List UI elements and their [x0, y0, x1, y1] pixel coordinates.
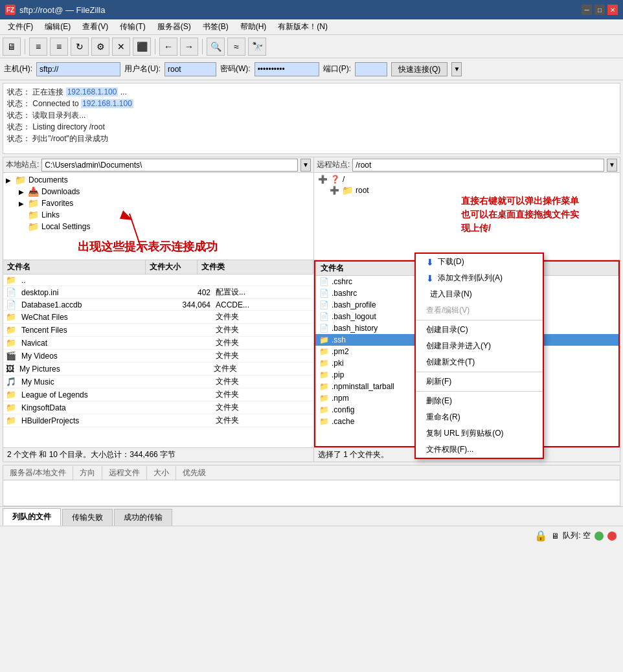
ctx-delete[interactable]: 删除(E): [416, 393, 543, 409]
ctx-mkdir-enter[interactable]: 创建目录并进入(Y): [416, 338, 543, 354]
toolbar-back[interactable]: ←: [159, 38, 177, 56]
local-file-tencent[interactable]: 📁 Tencent Files 文件夹: [3, 324, 313, 337]
status-text-4: Listing directory /root: [32, 122, 104, 131]
toolbar-disconnect[interactable]: ⬛: [133, 38, 151, 56]
status-area: 状态： 正在连接 192.168.1.100 ... 状态： Connected…: [3, 83, 620, 154]
menu-bar: 文件(F) 编辑(E) 查看(V) 传输(T) 服务器(S) 书签(B) 帮助(…: [0, 19, 623, 35]
local-file-desktopini[interactable]: 📄 desktop.ini 402 配置设...: [3, 286, 313, 299]
maximize-button[interactable]: □: [595, 5, 605, 15]
local-path-input[interactable]: [41, 159, 298, 172]
ctx-download[interactable]: ⬇ 下载(D): [416, 254, 543, 270]
local-file-wechat[interactable]: 📁 WeChat Files 文件夹: [3, 311, 313, 324]
menu-help[interactable]: 帮助(H): [235, 20, 272, 34]
ctx-add-queue[interactable]: ⬇ 添加文件到队列(A): [416, 270, 543, 286]
local-file-myvideos[interactable]: 🎬 My Videos 文件夹: [3, 350, 313, 363]
ctx-permissions[interactable]: 文件权限(F)...: [416, 442, 543, 458]
toolbar-refresh[interactable]: ↻: [71, 38, 89, 56]
user-input[interactable]: [164, 62, 216, 76]
ctx-copy-url[interactable]: 复制 URL 到剪贴板(O): [416, 425, 543, 442]
quickconnect-button[interactable]: 快速连接(Q): [391, 62, 447, 76]
status-footer: 🔒 🖥 队列: 空: [0, 526, 623, 545]
toolbar-sitemgr[interactable]: 🖥: [3, 38, 21, 56]
local-file-mymusic[interactable]: 🎵 My Music 文件夹: [3, 375, 313, 388]
local-file-kingsoft[interactable]: 📁 KingsoftData 文件夹: [3, 401, 313, 414]
tree-item-localsettings[interactable]: 📁 Local Settings: [3, 221, 313, 232]
tree-item-downloads[interactable]: ▶ 📥 Downloads: [3, 186, 313, 197]
status-text-5: 列出"/root"的目录成功: [32, 134, 108, 143]
remote-tree-panel: 远程站点: ▼ ➕ ❓ / ➕ 📁 root: [314, 157, 620, 260]
toolbar-options[interactable]: ⚙: [91, 38, 109, 56]
menu-file[interactable]: 文件(F): [3, 20, 38, 34]
local-path-dropdown[interactable]: ▼: [300, 159, 311, 172]
remote-tree-header: 远程站点: ▼: [314, 157, 620, 173]
status-line-3: 状态： 读取目录列表...: [7, 109, 616, 121]
menu-edit[interactable]: 编辑(E): [40, 20, 76, 34]
status-line-4: 状态： Listing directory /root: [7, 121, 616, 133]
remote-tree-view[interactable]: ➕ ❓ / ➕ 📁 root: [314, 173, 620, 260]
remote-tree-rootfolder[interactable]: ➕ 📁 root: [314, 185, 620, 196]
download-icon: ⬇: [426, 257, 434, 267]
transfer-header: 服务器/本地文件 方向 远程文件 大小 优先级: [3, 465, 620, 480]
host-input[interactable]: [36, 62, 120, 76]
toolbar: 🖥 ≡ ≡ ↻ ⚙ ✕ ⬛ ← → 🔍 ≈ 🔭: [0, 35, 623, 58]
port-label: 端口(P):: [323, 63, 351, 74]
ctx-refresh[interactable]: 刷新(F): [416, 374, 543, 390]
toolbar-sep-3: [202, 39, 203, 54]
ctx-sep-3: [416, 391, 543, 392]
tab-queue[interactable]: 列队的文件: [3, 508, 61, 526]
tab-success[interactable]: 成功的传输: [114, 509, 172, 526]
toolbar-compare[interactable]: ≈: [227, 38, 245, 56]
addqueue-icon: ⬇: [426, 273, 434, 284]
status-text-3: 读取目录列表...: [32, 111, 85, 120]
transfer-col-priority: 优先级: [176, 466, 212, 480]
local-tree-panel: 本地站点: ▼ ▶ 📁 Documents ▶ 📥 Downloads ▶ 📁 …: [3, 157, 314, 260]
status-line-2: 状态： Connected to 192.168.1.100: [7, 98, 616, 109]
remote-site-label: 远程站点:: [317, 159, 350, 170]
remote-tree-root[interactable]: ➕ ❓ /: [314, 174, 620, 185]
lock-icon: 🔒: [534, 530, 547, 542]
minimize-button[interactable]: ─: [582, 5, 592, 15]
close-button[interactable]: ✕: [607, 5, 618, 15]
local-file-hbuilder[interactable]: 📁 HBuilderProjects 文件夹: [3, 414, 313, 427]
pass-input[interactable]: [255, 62, 319, 76]
toolbar-forward[interactable]: →: [180, 38, 198, 56]
status-text-2: Connected to: [32, 99, 81, 108]
quickconnect-dropdown[interactable]: ▼: [451, 62, 462, 76]
ctx-rename[interactable]: 重命名(R): [416, 409, 543, 425]
tab-failed[interactable]: 传输失败: [62, 509, 113, 526]
toolbar-search[interactable]: 🔍: [207, 38, 225, 56]
menu-view[interactable]: 查看(V): [77, 20, 113, 34]
port-input[interactable]: [355, 62, 387, 76]
toolbar-remotelist[interactable]: ≡: [50, 38, 68, 56]
status-prefix-3: 状态：: [7, 111, 30, 120]
menu-newver[interactable]: 有新版本！(N): [273, 20, 333, 34]
transfer-col-size: 大小: [147, 466, 176, 480]
toolbar-sep-2: [155, 39, 155, 54]
ctx-mkdir[interactable]: 创建目录(C): [416, 322, 543, 338]
local-file-database1[interactable]: 📄 Database1.accdb 344,064 ACCDE...: [3, 299, 313, 311]
remote-path-dropdown[interactable]: ▼: [607, 159, 617, 172]
toolbar-binoculars[interactable]: 🔭: [248, 38, 266, 56]
local-file-dotdot[interactable]: 📁 ..: [3, 274, 313, 286]
local-file-lol[interactable]: 📁 League of Legends 文件夹: [3, 388, 313, 401]
local-file-body[interactable]: 📁 .. 📄 desktop.ini 402 配置设... 📄 Database…: [3, 274, 313, 447]
status-ip-1: 192.168.1.100: [66, 87, 119, 96]
ctx-newfile[interactable]: 创建新文件(T): [416, 354, 543, 370]
local-tree-view[interactable]: ▶ 📁 Documents ▶ 📥 Downloads ▶ 📁 Favorite…: [3, 173, 313, 260]
ctx-view-edit[interactable]: 查看/编辑(V): [416, 302, 543, 319]
local-tree-header: 本地站点: ▼: [3, 157, 313, 173]
toolbar-cancel[interactable]: ✕: [112, 38, 130, 56]
local-file-navicat[interactable]: 📁 Navicat 文件夹: [3, 337, 313, 350]
local-status-bar: 2 个文件 和 10 个目录。大小总计：344,466 字节: [3, 448, 314, 462]
menu-transfer[interactable]: 传输(T): [115, 20, 150, 34]
local-file-mypictures[interactable]: 🖼 My Pictures 文件夹: [3, 363, 313, 375]
menu-bookmark[interactable]: 书签(B): [198, 20, 234, 34]
tree-item-links[interactable]: 📁 Links: [3, 209, 313, 221]
transfer-col-direction: 方向: [73, 466, 102, 480]
ctx-enter-dir[interactable]: 进入目录(N): [416, 286, 543, 302]
toolbar-locallist[interactable]: ≡: [29, 38, 47, 56]
remote-path-input[interactable]: [352, 159, 604, 172]
tree-item-documents[interactable]: ▶ 📁 Documents: [3, 174, 313, 186]
tree-item-favorites[interactable]: ▶ 📁 Favorites: [3, 197, 313, 209]
menu-server[interactable]: 服务器(S): [152, 20, 196, 34]
